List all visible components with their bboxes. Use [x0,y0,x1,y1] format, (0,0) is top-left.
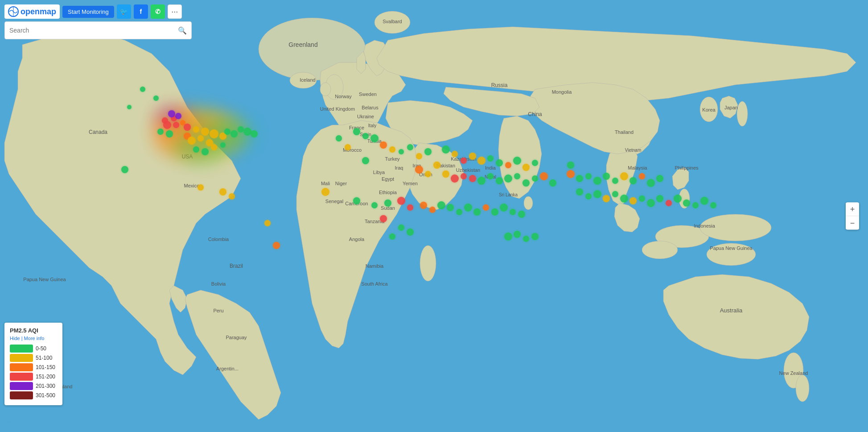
aqi-dot[interactable] [210,129,218,138]
aqi-dot[interactable] [487,173,494,179]
aqi-dot[interactable] [362,157,369,164]
zoom-out-button[interactable]: − [846,216,859,230]
aqi-dot[interactable] [407,144,413,150]
aqi-dot[interactable] [629,177,637,184]
aqi-dot[interactable] [612,191,618,197]
aqi-dot[interactable] [683,199,690,207]
aqi-dot[interactable] [201,128,209,136]
aqi-dot[interactable] [415,166,423,174]
aqi-dot[interactable] [510,209,516,215]
aqi-dot[interactable] [576,175,583,182]
aqi-dot[interactable] [603,173,610,180]
aqi-dot[interactable] [353,197,360,204]
aqi-dot[interactable] [576,188,583,195]
aqi-dot[interactable] [429,207,436,213]
aqi-dot[interactable] [473,208,481,216]
aqi-dot[interactable] [620,172,628,180]
aqi-dot[interactable] [647,179,655,187]
aqi-dot[interactable] [420,202,427,209]
aqi-dot[interactable] [121,166,128,173]
aqi-dot[interactable] [166,130,173,137]
aqi-dot[interactable] [487,155,494,162]
aqi-dot[interactable] [532,175,538,182]
legend-more-info-link[interactable]: More info [24,336,45,341]
aqi-dot[interactable] [398,224,404,231]
aqi-dot[interactable] [229,193,235,199]
whatsapp-button[interactable]: ✆ [151,4,165,19]
aqi-dot[interactable] [504,233,512,241]
aqi-dot[interactable] [629,197,637,204]
aqi-dot[interactable] [477,177,485,185]
aqi-dot[interactable] [197,135,204,141]
aqi-dot[interactable] [656,195,663,202]
aqi-dot[interactable] [464,204,472,212]
search-input[interactable] [9,27,178,34]
aqi-dot[interactable] [397,197,405,205]
aqi-dot[interactable] [353,128,360,135]
aqi-dot[interactable] [513,157,521,165]
aqi-dot[interactable] [540,172,548,180]
aqi-dot[interactable] [384,199,391,207]
aqi-dot[interactable] [567,170,575,178]
aqi-dot[interactable] [157,129,164,135]
aqi-dot[interactable] [496,177,503,184]
aqi-dot[interactable] [585,173,592,179]
aqi-dot[interactable] [620,195,628,203]
aqi-dot[interactable] [219,188,226,195]
aqi-dot[interactable] [184,124,191,131]
aqi-dot[interactable] [193,126,199,133]
aqi-dot[interactable] [336,135,342,141]
aqi-dot[interactable] [264,220,271,226]
aqi-dot[interactable] [483,204,489,211]
aqi-dot[interactable] [407,228,414,236]
aqi-dot[interactable] [451,174,459,183]
aqi-dot[interactable] [211,144,217,150]
aqi-dot[interactable] [522,164,530,171]
twitter-button[interactable]: 🐦 [117,4,131,19]
aqi-dot[interactable] [202,148,209,155]
aqi-dot[interactable] [514,173,520,179]
aqi-dot[interactable] [656,175,663,182]
aqi-dot[interactable] [153,96,159,101]
aqi-dot[interactable] [514,231,521,238]
aqi-dot[interactable] [425,171,431,177]
aqi-dot[interactable] [639,173,645,179]
aqi-dot[interactable] [197,184,204,191]
aqi-dot[interactable] [456,209,462,215]
aqi-dot[interactable] [399,149,404,154]
aqi-dot[interactable] [380,215,387,222]
aqi-dot[interactable] [224,129,230,135]
aqi-dot[interactable] [531,233,539,240]
aqi-dot[interactable] [163,121,171,129]
aqi-dot[interactable] [442,145,450,154]
zoom-in-button[interactable]: + [846,203,859,216]
aqi-dot[interactable] [416,153,422,159]
aqi-dot[interactable] [469,153,476,160]
aqi-dot[interactable] [647,199,655,207]
aqi-dot[interactable] [612,178,618,184]
aqi-dot[interactable] [370,134,378,142]
aqi-dot[interactable] [674,195,682,203]
aqi-dot[interactable] [496,159,503,166]
more-menu-button[interactable]: ··· [168,4,182,19]
aqi-dot[interactable] [461,158,467,164]
start-monitoring-button[interactable]: Start Monitoring [62,6,114,18]
aqi-dot[interactable] [522,179,530,187]
aqi-dot[interactable] [452,151,458,157]
aqi-dot[interactable] [505,162,511,168]
aqi-dot[interactable] [469,175,476,182]
legend-hide-link[interactable]: Hide [10,336,20,341]
aqi-dot[interactable] [500,204,508,212]
aqi-dot[interactable] [168,110,175,117]
aqi-dot[interactable] [345,144,351,150]
aqi-dot[interactable] [220,142,226,148]
aqi-dot[interactable] [477,157,485,165]
facebook-button[interactable]: f [134,4,148,19]
aqi-dot[interactable] [407,204,413,211]
aqi-dot[interactable] [273,242,280,249]
aqi-dot[interactable] [585,193,592,199]
aqi-dot[interactable] [251,130,258,137]
aqi-dot[interactable] [140,87,145,92]
aqi-dot[interactable] [461,173,467,179]
aqi-dot[interactable] [127,105,132,109]
